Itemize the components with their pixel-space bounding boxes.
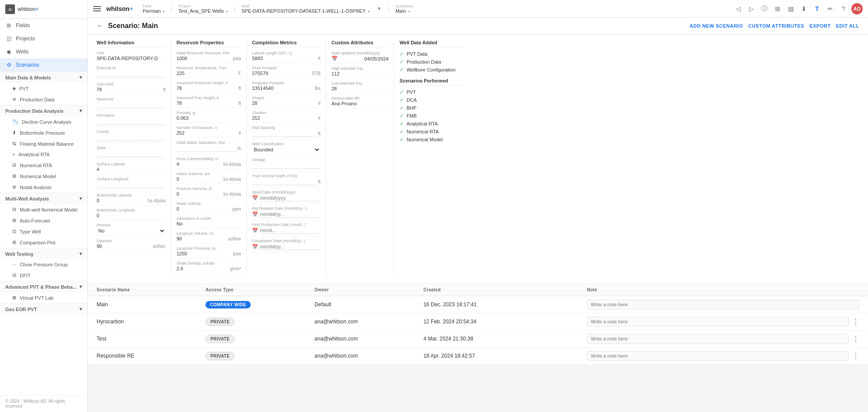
topbar-right: ◁ ▷ ⓘ ⊞ ▤ ⬇ T ✏ ? AO xyxy=(733,3,863,14)
info-btn[interactable]: ⓘ xyxy=(759,4,770,14)
help-btn[interactable]: ? xyxy=(838,4,849,14)
custom-attributes-title: Custom Attributes xyxy=(331,40,389,47)
field-selector[interactable]: Field Permian ▾ xyxy=(140,3,167,14)
vintage-input[interactable] xyxy=(252,162,321,169)
table-row: Test PRIVATE ana@whitson.com 4 Mar. 2024… xyxy=(88,330,868,348)
note-input-main[interactable] xyxy=(587,300,859,309)
check-icon-pvt: ✓ xyxy=(400,51,404,57)
arrow-right-btn[interactable]: ▷ xyxy=(746,4,756,14)
comp-field-3: Stages 28 # xyxy=(252,96,321,108)
sidebar-item-dfit[interactable]: ⊟ DFIT xyxy=(0,270,87,281)
section-well-testing[interactable]: Well Testing ▾ xyxy=(0,248,87,259)
scenario-title: Scenario: Main xyxy=(108,22,158,30)
hamburger-menu[interactable] xyxy=(93,4,102,13)
access-badge-main: COMPANY WIDE xyxy=(205,301,251,308)
sidebar-item-decline-curve[interactable]: 📉 Decline Curve Analysis xyxy=(0,116,87,127)
sidebar-item-multi-well-numerical[interactable]: ⊟ Multi-well Numerical Model xyxy=(0,204,87,215)
sidebar-item-nodal-analysis[interactable]: ⊛ Nodal Analysis xyxy=(0,182,87,193)
field-bottomhole-latitude: Bottomhole Latitude 0 1e-4/psia xyxy=(97,193,166,205)
well-selector[interactable]: Well SPE-DATA-REPOSITORY-DATASET-1-WELL-… xyxy=(239,3,372,14)
sidebar-item-numerical-model[interactable]: ⊞ Numerical Model xyxy=(0,171,87,182)
filter-icon: ▼ xyxy=(377,6,382,12)
well-information-title: Well Information xyxy=(97,40,166,47)
field-reservoir: Reservoir xyxy=(97,97,166,111)
comparison-plot-icon: ⊞ xyxy=(12,240,16,245)
sidebar-item-wells[interactable]: ◉ Wells xyxy=(0,45,87,58)
export-btn[interactable]: EXPORT xyxy=(810,23,831,29)
section-multi-well[interactable]: Multi-Well Analysis ▾ xyxy=(0,193,87,204)
comp-field-11: First Production Date (mm/d...) 📅 xyxy=(252,222,321,236)
user-avatar[interactable]: AO xyxy=(851,3,863,14)
calendar-icon-first-prod: 📅 xyxy=(252,228,258,233)
spud-date-input[interactable] xyxy=(260,195,321,201)
first-prod-input[interactable] xyxy=(260,227,321,234)
res-field-1: Reservoir Temperature, Tres 225 F xyxy=(176,66,241,78)
well-classification-select[interactable]: BoundedInfinite xyxy=(252,147,321,153)
process-select[interactable]: NoYes xyxy=(97,228,166,234)
external-id-input[interactable] xyxy=(97,71,166,77)
field-state: State xyxy=(97,146,166,159)
back-button[interactable]: ← xyxy=(97,22,104,30)
logo-text: whitson+ xyxy=(18,6,39,12)
check-analytical-rta-scenario: ✓ Analytical RTA xyxy=(400,121,465,127)
more-btn-re[interactable]: ⋮ xyxy=(852,352,859,360)
surface-longitude-input[interactable] xyxy=(97,182,166,188)
check-dca-scenario: ✓ DCA xyxy=(400,97,465,103)
text-format-btn[interactable]: T xyxy=(812,4,822,14)
note-input-re[interactable] xyxy=(587,351,849,361)
project-selector[interactable]: Project Test_Ana_SPE Wells ▾ xyxy=(176,3,231,14)
more-btn-test[interactable]: ⋮ xyxy=(852,335,859,343)
sidebar-item-virtual-pvt[interactable]: ⊠ Virtual PVT Lab xyxy=(0,292,87,303)
field-external-id: External ID xyxy=(97,66,166,79)
note-input-hydro[interactable] xyxy=(587,317,849,326)
completion-date-input[interactable] xyxy=(260,244,321,250)
sidebar-item-bottomhole-pressure[interactable]: ⬇ Bottomhole Pressure xyxy=(0,127,87,138)
arrow-left-btn[interactable]: ◁ xyxy=(733,4,743,14)
more-btn-hydro[interactable]: ⋮ xyxy=(852,318,859,326)
sidebar-item-analytical-rta[interactable]: ≈ Analytical RTA xyxy=(0,149,87,160)
water-sat-input[interactable] xyxy=(176,145,237,152)
section-advanced-pvt[interactable]: Advanced PVT & Phase Beha... ▾ xyxy=(0,281,87,292)
sidebar-item-fields[interactable]: ⊞ Fields xyxy=(0,19,87,32)
custom-attributes-btn[interactable]: CUSTOM ATTRIBUTES xyxy=(748,23,804,29)
table-row: Hyrocarbon PRIVATE ana@whitson.com 12 Fe… xyxy=(88,313,868,330)
table-btn[interactable]: ▤ xyxy=(785,4,796,14)
download-btn[interactable]: ⬇ xyxy=(799,4,809,14)
section-gas-eor[interactable]: Gas EOR PVT ▾ xyxy=(0,303,87,315)
well-spacing-input[interactable] xyxy=(252,130,318,137)
main-content: whitson+ Field Permian ▾ | Project Test_… xyxy=(88,0,868,412)
formation-input[interactable] xyxy=(97,118,166,125)
edit-all-btn[interactable]: EDIT ALL xyxy=(836,23,859,29)
table-row: Responsible RE PRIVATE ana@whitson.com 1… xyxy=(88,348,868,365)
state-input[interactable] xyxy=(97,150,166,157)
sidebar-item-type-well[interactable]: ⊡ Type Well xyxy=(0,226,87,237)
check-icon-nm: ✓ xyxy=(400,136,404,143)
tvd-input[interactable] xyxy=(252,179,318,185)
sidebar-item-flowing-material[interactable]: ⇆ Flowing Material Balance xyxy=(0,138,87,149)
add-new-scenario-btn[interactable]: ADD NEW SCENARIO xyxy=(690,23,743,29)
section-main-data[interactable]: Main Data & Models ▾ xyxy=(0,72,87,83)
sidebar-item-auto-forecast[interactable]: ⊞ Auto-Forecast xyxy=(0,215,87,226)
edit-btn[interactable]: ✏ xyxy=(825,4,836,14)
res-field-10: Water Salinity 0 ppm xyxy=(176,201,241,214)
county-input[interactable] xyxy=(97,134,166,141)
sidebar-item-pvt[interactable]: ◈ PVT xyxy=(0,83,87,94)
sidebar-item-chow-pressure[interactable]: ··· Chow Pressure Group xyxy=(0,259,87,270)
topbar: whitson+ Field Permian ▾ | Project Test_… xyxy=(88,0,868,18)
sidebar-item-numerical-rta[interactable]: ⊟ Numerical RTA xyxy=(0,160,87,171)
reservoir-input[interactable] xyxy=(97,102,166,108)
rig-release-input[interactable] xyxy=(260,211,321,218)
scenarios-selector[interactable]: Scenarios Main ▾ xyxy=(393,3,416,14)
scenarios-performed-title: Scenarios Performed xyxy=(400,78,465,86)
check-pvt-data: ✓ PVT Data xyxy=(400,51,465,57)
sidebar-item-production-data[interactable]: ≋ Production Data xyxy=(0,94,87,105)
section-production-analysis[interactable]: Production Data Analysis ▾ xyxy=(0,105,87,116)
check-production-data: ✓ Production Data xyxy=(400,59,465,65)
sidebar-footer: © 2024 - Whitson AS. All rights reserved xyxy=(0,395,87,412)
note-input-test[interactable] xyxy=(587,334,849,344)
sidebar-item-projects[interactable]: ◫ Projects xyxy=(0,32,87,45)
sidebar-item-comparison-plot[interactable]: ⊞ Comparison Plot xyxy=(0,237,87,248)
sidebar-item-scenarios[interactable]: ⚙ Scenarios xyxy=(0,58,87,72)
calendar-icon-rig: 📅 xyxy=(252,211,258,217)
grid-btn[interactable]: ⊞ xyxy=(772,4,783,14)
